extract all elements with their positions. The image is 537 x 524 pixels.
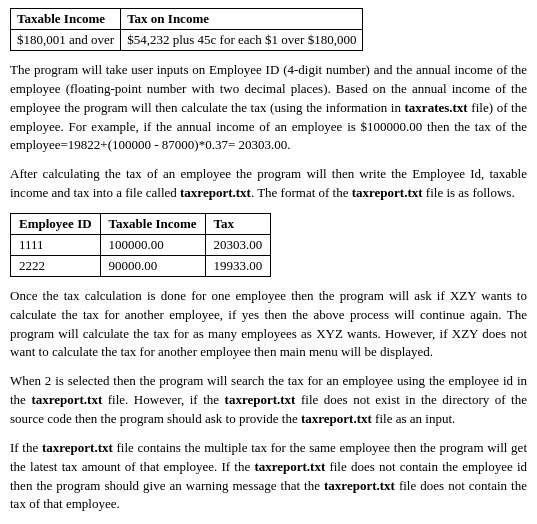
paragraph-3: Once the tax calculation is done for one… <box>10 287 527 362</box>
paragraph-1: The program will take user inputs on Emp… <box>10 61 527 155</box>
tax-income-table: Taxable Income Tax on Income $180,001 an… <box>10 8 363 51</box>
paragraph-2: After calculating the tax of an employee… <box>10 165 527 203</box>
tax-table-header-income: Taxable Income <box>11 9 121 30</box>
paragraph-5: If the taxreport.txt file contains the m… <box>10 439 527 514</box>
tax-table-header-tax: Tax on Income <box>121 9 363 30</box>
report-table: Employee IDTaxable IncomeTax 1111100000.… <box>10 213 271 277</box>
paragraph-4: When 2 is selected then the program will… <box>10 372 527 429</box>
